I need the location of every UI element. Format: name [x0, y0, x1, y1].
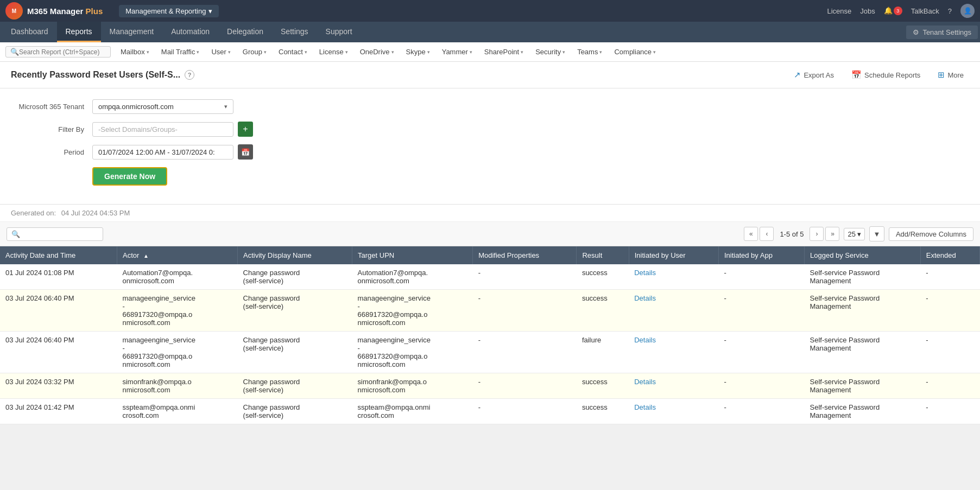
col-extended: Extended [920, 246, 979, 264]
cell-initiated-user: Details [629, 399, 718, 424]
cell-date: 01 Jul 2024 01:08 PM [0, 264, 117, 290]
sort-icon: ▲ [143, 253, 149, 259]
subnav-contact[interactable]: Contact ▾ [273, 46, 313, 58]
nav-support[interactable]: Support [317, 22, 361, 42]
col-logged-by-service: Logged by Service [805, 246, 921, 264]
calendar-icon: 📅 [851, 70, 862, 80]
pagination-next-button[interactable]: › [810, 227, 824, 241]
nav-settings[interactable]: Settings [272, 22, 317, 42]
subnav-license[interactable]: License ▾ [314, 46, 353, 58]
help-icon[interactable]: ? [185, 70, 194, 80]
generate-now-button[interactable]: Generate Now [92, 167, 167, 186]
cell-result: success [577, 373, 629, 399]
details-link[interactable]: Details [634, 403, 656, 411]
pagination-last-button[interactable]: » [825, 227, 839, 241]
subnav-onedrive[interactable]: OneDrive ▾ [355, 46, 400, 58]
table-header-row: Activity Date and Time Actor ▲ Activity … [0, 246, 980, 264]
column-filter-button[interactable]: ▼ [869, 226, 884, 241]
search-icon: 🔍 [11, 230, 20, 238]
nav-delegation[interactable]: Delegation [218, 22, 272, 42]
search-report-input[interactable] [19, 48, 106, 56]
cell-date: 03 Jul 2024 06:40 PM [0, 332, 117, 373]
data-table: Activity Date and Time Actor ▲ Activity … [0, 246, 980, 424]
schedule-reports-button[interactable]: 📅 Schedule Reports [846, 67, 926, 82]
cell-date: 03 Jul 2024 03:32 PM [0, 373, 117, 399]
license-link[interactable]: License [827, 7, 851, 15]
subnav-user[interactable]: User ▾ [206, 46, 236, 58]
chevron-down-icon: ▾ [147, 49, 149, 55]
table-search-input[interactable] [22, 230, 98, 238]
nav-dashboard[interactable]: Dashboard [2, 22, 57, 42]
add-filter-button[interactable]: + [238, 122, 253, 137]
filter-select[interactable]: -Select Domains/Groups- [92, 122, 233, 137]
chevron-down-icon: ▾ [470, 49, 472, 55]
cell-logged-service: Self-service PasswordManagement [805, 399, 921, 424]
gear-icon: ⚙ [913, 28, 919, 36]
management-reporting-dropdown[interactable]: Management & Reporting ▾ [119, 5, 219, 17]
details-link[interactable]: Details [634, 294, 656, 302]
col-actor: Actor ▲ [117, 246, 237, 264]
notifications-link[interactable]: 🔔3 [884, 7, 902, 16]
search-report-box[interactable]: 🔍 [5, 46, 111, 58]
pagination-info: 1-5 of 5 [775, 230, 808, 238]
details-link[interactable]: Details [634, 269, 656, 277]
app-logo: M M365 Manager Plus [5, 2, 103, 20]
cell-logged-service: Self-service PasswordManagement [805, 332, 921, 373]
subnav-compliance[interactable]: Compliance ▾ [609, 46, 661, 58]
generated-label: Generated on: [11, 209, 56, 217]
details-link[interactable]: Details [634, 336, 656, 344]
cell-result: success [577, 290, 629, 332]
cell-actor: simonfrank@ompqa.onmicrosoft.com [117, 373, 237, 399]
more-button[interactable]: ⊞ More [932, 67, 969, 82]
cell-initiated-app: - [718, 290, 804, 332]
chevron-down-icon: ▾ [599, 49, 602, 55]
header-actions: ↗ Export As 📅 Schedule Reports ⊞ More [788, 67, 969, 82]
subnav-group[interactable]: Group ▾ [237, 46, 272, 58]
cell-target-upn: manageengine_service-668917320@ompqa.onm… [352, 332, 473, 373]
pagination-prev-button[interactable]: ‹ [760, 227, 774, 241]
subnav-security[interactable]: Security ▾ [530, 46, 571, 58]
help-link[interactable]: ? [948, 7, 952, 15]
cell-activity: Change password(self-service) [238, 399, 352, 424]
tenant-select[interactable]: ompqa.onmicrosoft.com ▾ [92, 99, 233, 114]
nav-automation[interactable]: Automation [162, 22, 218, 42]
cell-logged-service: Self-service PasswordManagement [805, 290, 921, 332]
cell-logged-service: Self-service PasswordManagement [805, 264, 921, 290]
cell-result: success [577, 399, 629, 424]
per-page-select[interactable]: 25 ▾ [844, 228, 864, 240]
period-label: Period [16, 148, 92, 156]
details-link[interactable]: Details [634, 378, 656, 386]
jobs-link[interactable]: Jobs [860, 7, 875, 15]
table-search-box[interactable]: 🔍 [7, 227, 103, 241]
export-as-button[interactable]: ↗ Export As [788, 67, 839, 82]
subnav-sharepoint[interactable]: SharePoint ▾ [479, 46, 529, 58]
cell-extended: - [920, 332, 979, 373]
period-date-input[interactable]: 01/07/2024 12:00 AM - 31/07/2024 0: [92, 145, 233, 160]
cell-date: 03 Jul 2024 01:42 PM [0, 399, 117, 424]
generate-row: Generate Now [16, 167, 964, 186]
tenant-settings-button[interactable]: ⚙ Tenant Settings [906, 26, 978, 39]
cell-extended: - [920, 399, 979, 424]
col-initiated-by-user: Initiated by User [629, 246, 718, 264]
cell-initiated-app: - [718, 399, 804, 424]
chevron-down-icon: ▾ [857, 230, 861, 238]
avatar[interactable]: 👤 [960, 4, 975, 18]
subnav-teams[interactable]: Teams ▾ [572, 46, 608, 58]
add-remove-columns-button[interactable]: Add/Remove Columns [889, 227, 973, 241]
nav-management[interactable]: Management [101, 22, 163, 42]
pagination-first-button[interactable]: « [744, 227, 758, 241]
chevron-down-icon: ▾ [391, 49, 394, 55]
more-icon: ⊞ [938, 70, 945, 80]
subnav-skype[interactable]: Skype ▾ [401, 46, 435, 58]
calendar-button[interactable]: 📅 [238, 144, 253, 160]
subnav-mail-traffic[interactable]: Mail Traffic ▾ [156, 46, 205, 58]
col-activity-display-name: Activity Display Name [238, 246, 352, 264]
subnav-mailbox[interactable]: Mailbox ▾ [115, 46, 155, 58]
col-target-upn: Target UPN [352, 246, 473, 264]
subnav-yammer[interactable]: Yammer ▾ [437, 46, 478, 58]
table-row: 03 Jul 2024 01:42 PM sspteam@ompqa.onmic… [0, 399, 980, 424]
cell-actor: Automation7@ompqa.onmicrosoft.com [117, 264, 237, 290]
talkback-link[interactable]: TalkBack [911, 7, 939, 15]
period-row: Period 01/07/2024 12:00 AM - 31/07/2024 … [16, 144, 964, 160]
nav-reports[interactable]: Reports [57, 22, 101, 42]
